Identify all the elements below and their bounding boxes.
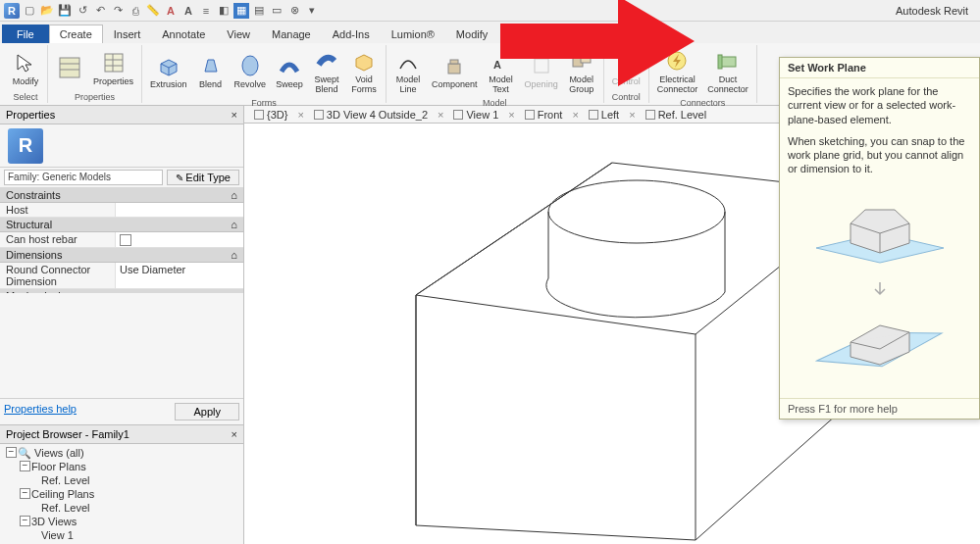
view-icon [525,110,535,120]
tab-annotate[interactable]: Annotate [151,25,216,43]
undo-icon[interactable]: ↶ [92,3,108,19]
tree-node[interactable]: 3D Views [18,515,239,528]
tree-leaf[interactable]: Ref. Level [18,473,239,487]
revit-logo-icon: R [8,128,43,164]
svg-rect-3 [105,54,123,72]
tab-manage[interactable]: Manage [261,25,322,43]
app-title: Autodesk Revit [896,5,968,17]
view-icon [453,110,463,120]
prop-category[interactable]: Structural⌂ [0,218,243,232]
prop-row[interactable]: Round Connector DimensionUse Diameter [0,263,243,289]
tree-node[interactable]: Ceiling Plans [18,487,239,501]
annotation-arrow-icon [500,0,696,110]
quick-access-toolbar: R ▢ 📂 💾 ↺ ↶ ↷ ⎙ 📏 A A ≡ ◧ ▦ ▤ ▭ ⊗ ▾ [4,3,320,19]
left-panel: Properties × R Family: Generic Models ✎ … [0,106,244,544]
view-tab[interactable]: 3D View 4 Outside_2 [308,108,434,122]
save-icon[interactable]: 💾 [57,3,73,19]
sync-icon[interactable]: ↺ [75,3,90,19]
measure-icon[interactable]: 📏 [145,3,161,19]
ribbon-group-select: Modify Select [4,45,48,103]
open-icon[interactable]: 📂 [39,3,55,19]
svg-point-7 [242,56,258,75]
type-selector[interactable]: R [0,124,243,168]
revolve-button[interactable]: Revolve [231,50,271,92]
thin-icon[interactable]: ▭ [269,3,284,19]
checkbox[interactable] [120,234,131,246]
tab-modify[interactable]: Modify [445,25,498,43]
tooltip-title: Set Work Plane [780,58,979,78]
tab-file[interactable]: File [2,25,49,43]
void-forms-button[interactable]: Void Forms [346,45,382,97]
svg-rect-8 [448,64,460,74]
tab-addins[interactable]: Add-Ins [322,25,381,43]
tab-lumion[interactable]: Lumion® [381,25,445,43]
properties-button[interactable]: Properties [89,47,137,89]
grid-icon[interactable]: ▤ [251,3,267,19]
tooltip-set-work-plane: Set Work Plane Specifies the work plane … [779,57,980,420]
component-button[interactable]: Component [428,50,482,92]
modify-button[interactable]: Modify [8,47,43,89]
tree-leaf[interactable]: Ref. Level [18,501,239,515]
duct-connector-button[interactable]: Duct Connector [703,45,752,97]
browser-title: Project Browser - Family1 [6,428,129,440]
tooltip-desc2: When sketching, you can snap to the work… [788,134,971,176]
tooltip-illustration [780,182,979,398]
tree-leaf[interactable]: View 1 [18,528,239,542]
properties-help-link[interactable]: Properties help [4,403,77,420]
app-menu-icon[interactable]: R [4,3,20,19]
ribbon-group-properties: Properties Properties [48,45,142,103]
view-icon [254,110,264,120]
view-icon [589,110,598,120]
window-icon[interactable]: ▦ [233,3,249,19]
dropdown-icon[interactable]: ▾ [304,3,320,19]
text-a2-icon[interactable]: A [181,3,196,19]
properties-title: Properties [6,109,55,121]
tab-create[interactable]: Create [49,25,103,43]
view-tab[interactable]: View 1 [447,108,504,122]
tab-view[interactable]: View [216,25,261,43]
properties-close-icon[interactable]: × [232,109,237,121]
sweep-button[interactable]: Sweep [272,50,307,92]
title-bar: R ▢ 📂 💾 ↺ ↶ ↷ ⎙ 📏 A A ≡ ◧ ▦ ▤ ▭ ⊗ ▾ Auto… [0,0,980,22]
family-types-button[interactable] [52,52,87,84]
family-selector[interactable]: Family: Generic Models [4,170,163,185]
prop-row[interactable]: Host [0,203,243,218]
svg-rect-9 [450,60,458,64]
tag-icon[interactable]: ◧ [216,3,232,19]
project-browser-header: Project Browser - Family1 × [0,424,243,444]
view-icon [645,110,655,120]
tooltip-desc1: Specifies the work plane for the current… [788,84,971,126]
new-icon[interactable]: ▢ [22,3,37,19]
align-icon[interactable]: ≡ [198,3,214,19]
view-tab[interactable]: {3D} [248,108,293,122]
tree-node[interactable]: Floor Plans [18,460,239,473]
extrusion-button[interactable]: Extrusion [146,50,191,92]
ribbon-group-forms: Extrusion Blend Revolve Sweep Swept Blen… [142,45,387,103]
print-icon[interactable]: ⎙ [128,3,143,19]
svg-point-24 [548,180,725,243]
prop-category[interactable]: Dimensions⌂ [0,248,243,263]
project-browser-tree: 🔍 Views (all)Floor PlansRef. LevelCeilin… [0,444,243,544]
close-view-icon[interactable]: ⊗ [286,3,302,19]
view-icon [314,110,324,120]
prop-category[interactable]: Constraints⌂ [0,188,243,203]
tooltip-footer: Press F1 for more help [780,398,979,419]
tab-insert[interactable]: Insert [103,25,152,43]
edit-type-button[interactable]: ✎ Edit Type [167,170,239,185]
svg-rect-0 [60,58,79,77]
blend-button[interactable]: Blend [193,50,229,92]
redo-icon[interactable]: ↷ [110,3,126,19]
tree-root[interactable]: 🔍 Views (all) [4,446,239,460]
properties-header: Properties × [0,106,243,124]
text-a-icon[interactable]: A [163,3,179,19]
model-line-button[interactable]: Model Line [390,45,426,97]
svg-rect-16 [718,55,722,69]
browser-close-icon[interactable]: × [232,428,237,440]
prop-row[interactable]: Can host rebar [0,232,243,248]
swept-blend-button[interactable]: Swept Blend [309,45,344,97]
apply-button[interactable]: Apply [175,403,239,420]
ribbon-tabs: File Create Insert Annotate View Manage … [0,22,980,43]
properties-grid: Constraints⌂HostStructural⌂Can host reba… [0,188,243,293]
